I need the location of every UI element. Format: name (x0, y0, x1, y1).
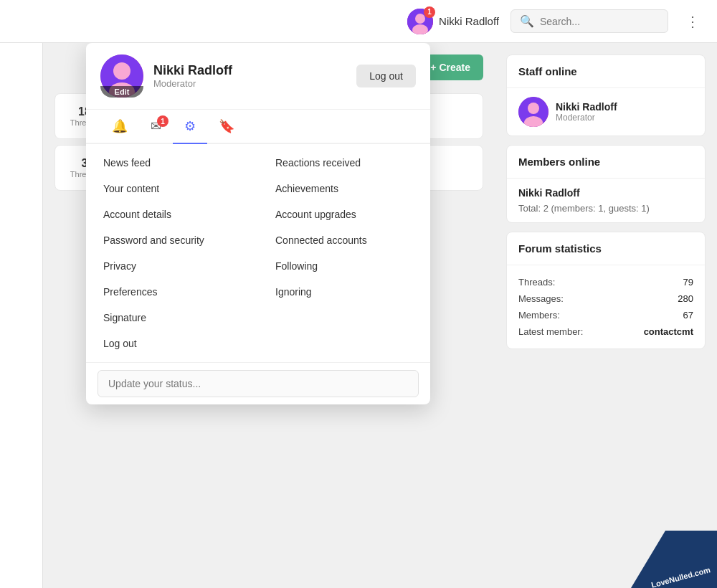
menu-reactions-received[interactable]: Reactions received (258, 150, 430, 176)
status-input-wrap (86, 362, 430, 404)
search-input[interactable] (540, 16, 659, 27)
stat-latest-label: Latest member: (518, 326, 583, 337)
dropdown-avatar-wrap: Edit (100, 54, 143, 98)
staff-name: Nikki Radloff (556, 101, 617, 113)
staff-role: Moderator (556, 113, 617, 123)
menu-signature[interactable]: Signature (86, 305, 258, 331)
stat-members-value: 67 (683, 310, 693, 321)
svg-point-4 (113, 62, 130, 80)
menu-placeholder (258, 305, 430, 331)
menu-account-upgrades[interactable]: Account upgrades (258, 201, 430, 227)
mail-badge: 1 (157, 115, 168, 127)
menu-your-content[interactable]: Your content (86, 176, 258, 201)
notification-badge: 1 (424, 6, 435, 18)
tab-mail[interactable]: ✉ 1 (139, 110, 173, 143)
menu-preferences[interactable]: Preferences (86, 279, 258, 305)
menu-logout[interactable]: Log out (86, 331, 258, 356)
svg-point-7 (528, 103, 539, 114)
dropdown-header: Edit Nikki Radloff Moderator Log out (86, 43, 430, 110)
stat-messages-label: Messages: (518, 293, 564, 304)
dropdown-role: Moderator (153, 78, 232, 89)
user-settings-icon: ⚙ (184, 118, 196, 134)
stat-latest-value: contactcmt (644, 326, 693, 337)
menu-achievements[interactable]: Achievements (258, 176, 430, 201)
header-username: Nikki Radloff (439, 15, 499, 27)
left-sidebar (0, 43, 43, 588)
menu-ignoring[interactable]: Ignoring (258, 279, 430, 305)
members-online-body: Nikki Radloff Total: 2 (members: 1, gues… (507, 179, 705, 222)
search-bar[interactable]: 🔍 (511, 9, 668, 33)
staff-info: Nikki Radloff Moderator (556, 101, 617, 123)
more-options-button[interactable]: ⋮ (680, 10, 706, 33)
stat-messages: Messages: 280 (518, 290, 693, 307)
stat-latest-member: Latest member: contactcmt (518, 323, 693, 340)
logout-button[interactable]: Log out (356, 65, 416, 87)
members-online-title: Members online (507, 146, 705, 179)
members-online-widget: Members online Nikki Radloff Total: 2 (m… (506, 145, 706, 223)
right-sidebar: Staff online Nikki Radloff Moderator (495, 43, 717, 588)
dropdown-user-info: Nikki Radloff Moderator (153, 63, 232, 89)
menu-news-feed[interactable]: News feed (86, 150, 258, 176)
forum-statistics-title: Forum statistics (507, 232, 705, 265)
search-icon: 🔍 (520, 14, 534, 28)
staff-online-title: Staff online (507, 55, 705, 88)
members-total: Total: 2 (members: 1, guests: 1) (518, 203, 693, 214)
main-layout: + Create 18 Threads 80 Messages Friday a… (0, 43, 717, 588)
bookmark-icon: 🔖 (219, 118, 234, 134)
staff-online-body: Nikki Radloff Moderator (507, 88, 705, 136)
stat-threads-label: Threads: (518, 277, 555, 288)
menu-following[interactable]: Following (258, 253, 430, 279)
members-online-name: Nikki Radloff (518, 187, 693, 199)
edit-label[interactable]: Edit (100, 86, 143, 98)
dropdown-tabs: 🔔 ✉ 1 ⚙ 🔖 (86, 110, 430, 144)
dropdown-username: Nikki Radloff (153, 63, 232, 78)
menu-privacy[interactable]: Privacy (86, 253, 258, 279)
menu-password-security[interactable]: Password and security (86, 227, 258, 253)
status-input[interactable] (98, 370, 419, 397)
dropdown-menu: News feed Reactions received Your conten… (86, 144, 430, 362)
stat-members: Members: 67 (518, 307, 693, 323)
staff-online-widget: Staff online Nikki Radloff Moderator (506, 54, 706, 136)
header-user[interactable]: 1 Nikki Radloff (407, 9, 499, 34)
tab-bell[interactable]: 🔔 (100, 110, 139, 143)
watermark-text: LoveNulled.com (650, 564, 712, 588)
forum-statistics-widget: Forum statistics Threads: 79 Messages: 2… (506, 232, 706, 349)
stat-messages-value: 280 (678, 293, 693, 304)
menu-account-details[interactable]: Account details (86, 201, 258, 227)
staff-member: Nikki Radloff Moderator (518, 97, 693, 127)
stat-threads: Threads: 79 (518, 274, 693, 290)
stat-threads-value: 79 (683, 277, 693, 288)
tab-bookmark[interactable]: 🔖 (207, 110, 246, 143)
staff-avatar (518, 97, 549, 127)
stat-members-label: Members: (518, 310, 560, 321)
menu-connected-accounts[interactable]: Connected accounts (258, 227, 430, 253)
header-avatar: 1 (407, 9, 433, 34)
content-area: + Create 18 Threads 80 Messages Friday a… (43, 43, 495, 588)
user-dropdown: Edit Nikki Radloff Moderator Log out 🔔 ✉… (86, 43, 430, 404)
forum-statistics-body: Threads: 79 Messages: 280 Members: 67 La… (507, 265, 705, 348)
bell-icon: 🔔 (112, 118, 128, 134)
tab-user-settings[interactable]: ⚙ (173, 110, 207, 143)
header: 1 Nikki Radloff 🔍 ⋮ (0, 0, 717, 43)
